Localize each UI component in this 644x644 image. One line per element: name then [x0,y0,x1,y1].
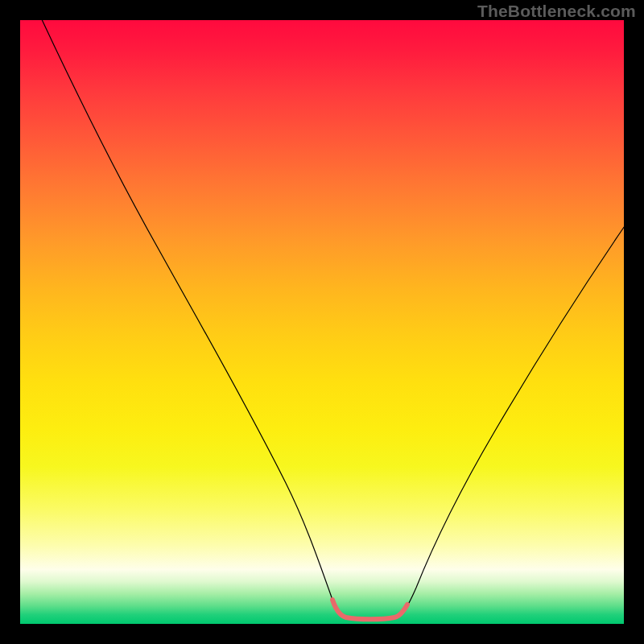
plot-area [20,20,624,624]
bottleneck-curve [40,20,624,619]
chart-frame: TheBottleneck.com [0,0,644,644]
watermark-text: TheBottleneck.com [477,2,636,21]
optimal-range-marker [332,600,407,619]
curve-layer [20,20,624,624]
